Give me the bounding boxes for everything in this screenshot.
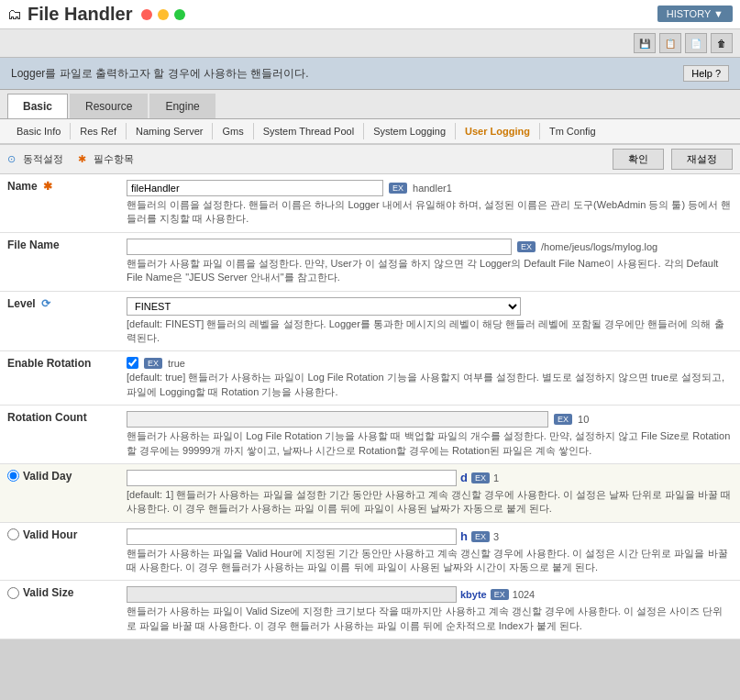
description-text: Logger를 파일로 출력하고자 할 경우에 사용하는 핸들러이다. — [11, 66, 309, 82]
toolbar-row: 💾 📋 📄 🗑 — [0, 29, 740, 58]
tab-naming-server[interactable]: Naming Server — [127, 123, 213, 139]
valid-size-radio-label[interactable]: Valid Size — [7, 586, 112, 599]
copy-button[interactable]: 📄 — [685, 33, 707, 53]
help-button[interactable]: Help ? — [683, 65, 729, 82]
rotation-count-row: Rotation Count EX 10 핸들러가 사용하는 파일이 Log F… — [0, 406, 740, 464]
level-label: Level — [7, 297, 36, 310]
tab-system-thread-pool[interactable]: System Thread Pool — [254, 123, 364, 139]
required-icon: ✱ — [78, 153, 86, 165]
file-name-ex-value: /home/jeus/logs/mylog.log — [541, 241, 657, 252]
valid-hour-label: Valid Hour — [23, 528, 77, 541]
tab-tm-config[interactable]: Tm Config — [540, 123, 605, 139]
secondary-tabs: Basic Info Res Ref Naming Server Gms Sys… — [0, 119, 740, 145]
dynamic-label: 동적설정 — [23, 152, 63, 166]
file-name-ex-badge: EX — [517, 241, 536, 252]
valid-hour-radio[interactable] — [7, 528, 19, 540]
content-area: Name ✱ EX handler1 핸들러의 이름을 설정한다. 핸들러 이름… — [0, 174, 740, 639]
valid-hour-row: Valid Hour h EX 3 핸들러가 사용하는 파일을 Valid Ho… — [0, 522, 740, 581]
confirm-button[interactable]: 확인 — [613, 149, 664, 170]
valid-size-label: Valid Size — [23, 586, 73, 599]
valid-size-radio[interactable] — [7, 587, 19, 599]
dynamic-icon: ⊙ — [7, 153, 16, 165]
enable-rotation-label: Enable Rotation — [7, 357, 91, 370]
tab-gms[interactable]: Gms — [213, 123, 253, 139]
valid-day-label: Valid Day — [23, 470, 72, 483]
enable-rotation-row: Enable Rotation EX true [default: true] … — [0, 351, 740, 406]
valid-day-unit: d — [460, 471, 468, 484]
valid-hour-radio-label[interactable]: Valid Hour — [7, 528, 112, 541]
valid-size-desc: 핸들러가 사용하는 파일이 Valid Size에 지정한 크기보다 작을 때까… — [127, 605, 733, 633]
file-name-row: File Name EX /home/jeus/logs/mylog.log 핸… — [0, 232, 740, 291]
description-bar: Logger를 파일로 출력하고자 할 경우에 사용하는 핸들러이다. Help… — [0, 58, 740, 90]
rotation-count-input[interactable] — [127, 411, 548, 428]
history-button[interactable]: HISTORY ▼ — [657, 6, 733, 22]
tab-resource[interactable]: Resource — [70, 94, 148, 118]
level-refresh-icon[interactable]: ⟳ — [41, 297, 50, 310]
valid-hour-unit: h — [460, 529, 468, 543]
file-name-label: File Name — [7, 239, 60, 251]
rotation-count-desc: 핸들러가 사용하는 파일이 Log File Rotation 기능을 사용할 … — [127, 429, 733, 458]
window-title: File Handler — [28, 4, 132, 25]
name-required-icon: ✱ — [43, 180, 52, 193]
enable-rotation-ex-value: true — [168, 358, 185, 369]
valid-size-ex-badge: EX — [491, 589, 509, 600]
valid-day-row: Valid Day d EX 1 [default: 1] 핸들러가 사용하는 … — [0, 463, 740, 522]
valid-day-input[interactable] — [127, 470, 457, 486]
file-name-input[interactable] — [127, 239, 512, 255]
valid-day-radio-label[interactable]: Valid Day — [7, 470, 112, 483]
tab-basic-info[interactable]: Basic Info — [7, 123, 71, 139]
title-bar: 🗂 File Handler HISTORY ▼ — [0, 0, 740, 29]
enable-rotation-desc: [default: true] 핸들러가 사용하는 파일이 Log File R… — [127, 371, 733, 399]
valid-hour-ex-badge: EX — [471, 531, 490, 542]
valid-day-desc: [default: 1] 핸들러가 사용하는 파일을 설정한 기간 동안만 사용… — [127, 488, 733, 517]
name-row: Name ✱ EX handler1 핸들러의 이름을 설정한다. 핸들러 이름… — [0, 174, 740, 232]
valid-day-radio[interactable] — [7, 470, 19, 482]
valid-size-ex-value: 1024 — [513, 589, 535, 600]
valid-hour-ex-value: 3 — [493, 531, 499, 542]
level-select[interactable]: FINEST FINER FINE CONFIG INFO WARNING SE… — [127, 297, 521, 316]
valid-hour-desc: 핸들러가 사용하는 파일을 Valid Hour에 지정된 기간 동안만 사용하… — [127, 547, 733, 575]
tab-basic[interactable]: Basic — [7, 94, 68, 118]
enable-rotation-ex-badge: EX — [144, 358, 162, 369]
maximize-dot[interactable] — [174, 9, 185, 20]
file-name-desc: 핸들러가 사용할 파일 이름을 설정한다. 만약, User가 이 설정을 하지… — [127, 257, 733, 285]
tab-user-logging[interactable]: User Logging — [456, 123, 540, 139]
enable-rotation-checkbox[interactable] — [127, 357, 138, 369]
window-icon: 🗂 — [7, 6, 22, 23]
tab-res-ref[interactable]: Res Ref — [71, 123, 127, 139]
rotation-count-label: Rotation Count — [7, 411, 87, 424]
minimize-dot[interactable] — [158, 9, 169, 20]
valid-hour-input[interactable] — [127, 528, 457, 545]
window-controls — [141, 9, 185, 20]
save-as-button[interactable]: 📋 — [659, 33, 681, 53]
form-table: Name ✱ EX handler1 핸들러의 이름을 설정한다. 핸들러 이름… — [0, 174, 740, 639]
name-ex-value: handler1 — [413, 183, 452, 194]
level-desc: [default: FINEST] 핸들러의 레벨을 설정한다. Logger를… — [127, 317, 733, 346]
reset-button[interactable]: 재설정 — [671, 149, 733, 170]
valid-size-unit: kbyte — [460, 589, 487, 600]
name-ex-badge: EX — [389, 183, 407, 194]
required-label: 필수항목 — [94, 152, 134, 166]
tab-engine[interactable]: Engine — [149, 94, 215, 118]
rotation-count-ex-value: 10 — [578, 414, 589, 425]
delete-button[interactable]: 🗑 — [711, 33, 733, 53]
valid-day-ex-value: 1 — [493, 472, 499, 483]
rotation-count-ex-badge: EX — [554, 414, 572, 425]
valid-size-row: Valid Size kbyte EX 1024 핸들러가 사용하는 파일이 V… — [0, 581, 740, 639]
name-desc: 핸들러의 이름을 설정한다. 핸들러 이름은 하나의 Logger 내에서 유일… — [127, 198, 733, 227]
level-row: Level ⟳ FINEST FINER FINE CONFIG INFO WA… — [0, 291, 740, 351]
name-label: Name — [7, 180, 38, 193]
primary-tabs: Basic Resource Engine — [0, 90, 740, 119]
tab-system-logging[interactable]: System Logging — [364, 123, 456, 139]
valid-size-input[interactable] — [127, 586, 457, 603]
close-dot[interactable] — [141, 9, 152, 20]
save-button[interactable]: 💾 — [634, 33, 656, 53]
name-input[interactable] — [127, 180, 383, 196]
action-bar: ⊙ 동적설정 ✱ 필수항목 확인 재설정 — [0, 145, 740, 174]
valid-day-ex-badge: EX — [471, 472, 490, 483]
